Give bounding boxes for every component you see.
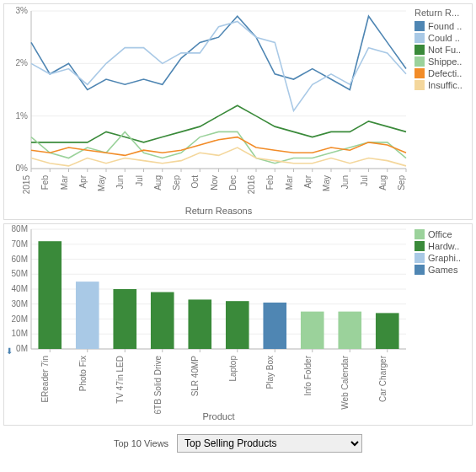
line-chart-plot: 0%1%2%3%2015FebMarAprMayJunJulAugSepOctN…: [4, 4, 413, 219]
svg-text:Feb: Feb: [40, 175, 50, 190]
svg-text:Product: Product: [203, 411, 235, 421]
legend-item[interactable]: Shippe..: [414, 56, 470, 67]
legend-item[interactable]: Defecti..: [414, 68, 470, 78]
svg-text:Jul: Jul: [135, 175, 144, 186]
svg-rect-97: [338, 312, 361, 349]
svg-text:50M: 50M: [12, 269, 28, 278]
legend-swatch: [414, 56, 425, 67]
svg-text:20M: 20M: [12, 314, 28, 324]
legend-item[interactable]: Hardw..: [414, 241, 470, 251]
svg-text:10M: 10M: [12, 329, 28, 338]
legend-item[interactable]: Could ..: [414, 33, 470, 43]
legend-label: Hardw..: [428, 241, 459, 251]
legend-swatch: [414, 33, 425, 43]
svg-rect-88: [226, 301, 249, 349]
legend-item[interactable]: Insuffic..: [414, 80, 470, 90]
svg-text:Web Calendar: Web Calendar: [340, 355, 350, 409]
top-products-panel: 0M10M20M30M40M50M60M70M80MEReader 7inPho…: [3, 223, 473, 426]
svg-text:Return Reasons: Return Reasons: [185, 206, 253, 216]
svg-text:1%: 1%: [16, 111, 29, 121]
svg-text:Dec: Dec: [228, 175, 238, 190]
svg-text:0%: 0%: [16, 164, 29, 173]
svg-text:SLR 40MP: SLR 40MP: [190, 356, 200, 397]
legend-item[interactable]: Found ..: [414, 21, 470, 31]
legend-item[interactable]: Office: [414, 229, 470, 239]
svg-text:40M: 40M: [12, 284, 28, 293]
svg-text:3%: 3%: [16, 6, 29, 15]
legend-label: Could ..: [428, 33, 460, 43]
svg-rect-94: [301, 312, 324, 349]
svg-rect-91: [263, 303, 286, 349]
svg-rect-82: [151, 292, 174, 349]
legend-label: Games: [428, 265, 457, 275]
svg-text:Jun: Jun: [340, 175, 350, 189]
svg-text:Feb: Feb: [265, 175, 275, 190]
legend-label: Found ..: [428, 21, 462, 31]
legend-label: Defecti..: [428, 68, 462, 78]
legend-swatch: [414, 45, 425, 55]
svg-text:Info Folder: Info Folder: [303, 355, 313, 395]
svg-text:Laptop: Laptop: [228, 356, 238, 382]
svg-text:Apr: Apr: [303, 174, 313, 188]
svg-text:Nov: Nov: [210, 175, 219, 190]
top10-label: Top 10 Views: [114, 438, 168, 448]
svg-text:TV 47in LED: TV 47in LED: [115, 356, 125, 404]
svg-text:70M: 70M: [12, 239, 28, 249]
svg-text:Aug: Aug: [378, 175, 388, 190]
svg-rect-76: [76, 282, 99, 349]
legend-swatch: [414, 80, 425, 90]
svg-text:Jun: Jun: [115, 175, 125, 189]
svg-text:2016: 2016: [247, 175, 256, 195]
svg-text:30M: 30M: [12, 299, 28, 308]
line-chart-legend: Return R... Found ..Could ..Not Fu..Ship…: [413, 4, 472, 219]
bar-chart-plot: 0M10M20M30M40M50M60M70M80MEReader 7inPho…: [4, 224, 413, 425]
legend-item[interactable]: Games: [414, 265, 470, 275]
svg-rect-79: [113, 289, 136, 349]
legend-swatch: [414, 265, 425, 275]
legend-swatch: [414, 241, 425, 251]
svg-text:2%: 2%: [16, 58, 29, 67]
svg-text:Mar: Mar: [285, 174, 294, 190]
legend-swatch: [414, 229, 425, 239]
svg-rect-73: [38, 241, 62, 349]
svg-text:2015: 2015: [22, 175, 31, 195]
svg-text:Apr: Apr: [78, 174, 88, 188]
svg-rect-100: [376, 313, 399, 349]
legend-label: Office: [428, 229, 452, 239]
footer-bar: Top 10 Views Top Selling Products: [0, 429, 476, 458]
legend-swatch: [414, 68, 425, 78]
svg-text:6TB Solid Drive: 6TB Solid Drive: [153, 356, 163, 415]
top10-dropdown[interactable]: Top Selling Products: [177, 434, 362, 453]
line-legend-title: Return R...: [414, 8, 470, 18]
svg-text:Sep: Sep: [397, 175, 406, 190]
legend-label: Insuffic..: [428, 80, 463, 90]
svg-text:80M: 80M: [12, 224, 28, 233]
legend-label: Not Fu..: [428, 45, 461, 55]
svg-text:Mar: Mar: [60, 174, 69, 190]
download-icon[interactable]: ⬇: [6, 346, 13, 356]
svg-rect-85: [188, 299, 211, 349]
svg-text:Aug: Aug: [153, 175, 163, 190]
svg-text:Jul: Jul: [360, 175, 369, 186]
legend-item[interactable]: Not Fu..: [414, 45, 470, 55]
svg-text:60M: 60M: [12, 255, 28, 264]
svg-text:Photo Fix: Photo Fix: [78, 356, 88, 391]
svg-text:May: May: [97, 175, 106, 191]
return-reasons-panel: 0%1%2%3%2015FebMarAprMayJunJulAugSepOctN…: [3, 3, 473, 220]
svg-text:Sep: Sep: [172, 175, 181, 190]
legend-label: Graphi..: [428, 253, 461, 263]
legend-swatch: [414, 253, 425, 263]
legend-item[interactable]: Graphi..: [414, 253, 470, 263]
svg-text:EReader 7in: EReader 7in: [40, 356, 50, 403]
svg-text:Oct: Oct: [190, 175, 200, 189]
legend-label: Shippe..: [428, 56, 462, 67]
svg-text:May: May: [322, 175, 331, 191]
legend-swatch: [414, 21, 425, 31]
bar-chart-legend: OfficeHardw..Graphi..Games: [413, 224, 472, 425]
svg-text:Play Box: Play Box: [265, 356, 275, 389]
svg-text:0M: 0M: [16, 344, 28, 353]
svg-text:Car Charger: Car Charger: [378, 355, 388, 402]
